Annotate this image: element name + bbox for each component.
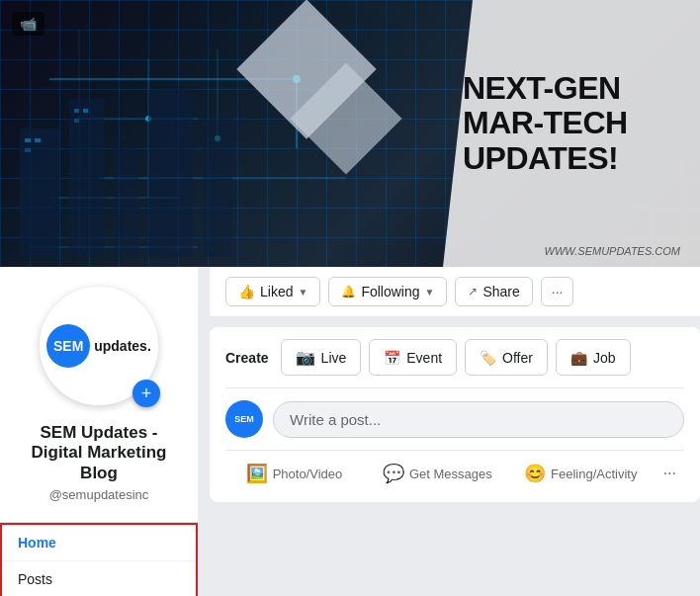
svg-rect-12 — [20, 128, 59, 257]
action-bar: 👍 Liked ▼ 🔔 Following ▼ ↗ Share ··· — [210, 267, 700, 317]
add-page-button[interactable]: + — [132, 380, 160, 407]
event-button[interactable]: 📅 Event — [369, 339, 457, 376]
job-briefcase-icon: 💼 — [570, 350, 587, 366]
sem-logo: SEM updates. — [46, 324, 151, 368]
feeling-activity-button[interactable]: 😊 Feeling/Activity — [512, 457, 650, 490]
sidebar: SEM updates. + SEM Updates - Digital Mar… — [0, 267, 198, 596]
more-actions-button[interactable]: ··· — [541, 277, 574, 306]
share-arrow-icon: ↗ — [468, 285, 478, 298]
svg-rect-19 — [25, 148, 31, 152]
write-post-input[interactable]: Write a post... — [273, 401, 684, 438]
offer-tag-icon: 🏷️ — [480, 350, 496, 366]
cover-photo: 📹 NEXT-GEN MAR-TECH UPDATES! WWW.SEMUPDA… — [0, 0, 700, 267]
nav-item-posts[interactable]: Posts — [2, 561, 196, 596]
thumbs-up-icon: 👍 — [238, 284, 255, 299]
svg-rect-15 — [148, 89, 193, 257]
mini-avatar: SEM — [225, 400, 263, 438]
avatar-wrapper: SEM updates. + — [0, 267, 198, 415]
cover-url: WWW.SEMUPDATES.COM — [545, 245, 681, 257]
svg-rect-22 — [74, 119, 79, 123]
page-handle: @semupdatesinc — [0, 487, 198, 512]
live-button[interactable]: 📷 Live — [281, 339, 362, 376]
offer-button[interactable]: 🏷️ Offer — [465, 339, 548, 376]
create-label: Create — [225, 350, 269, 366]
svg-rect-21 — [83, 109, 88, 113]
get-messages-button[interactable]: 💬 Get Messages — [369, 457, 506, 490]
photo-video-button[interactable]: 🖼️ Photo/Video — [225, 457, 363, 490]
sem-badge: SEM — [46, 324, 90, 368]
messenger-icon: 💬 — [383, 463, 404, 484]
create-post-box: Create 📷 Live 📅 Event 🏷️ Offer — [210, 327, 700, 502]
video-camera-icon: 📹 — [20, 16, 37, 32]
nav-menu: Home Posts Reviews Services Photos Video… — [0, 523, 198, 596]
liked-button[interactable]: 👍 Liked ▼ — [225, 277, 320, 306]
svg-rect-17 — [25, 138, 31, 142]
liked-chevron-icon: ▼ — [298, 287, 307, 298]
following-bell-icon: 🔔 — [341, 285, 356, 298]
sem-after-badge: updates. — [94, 338, 151, 354]
svg-rect-18 — [35, 138, 41, 142]
feeling-emoji-icon: 😊 — [524, 463, 546, 484]
following-chevron-icon: ▼ — [425, 287, 435, 298]
page-layout: SEM updates. + SEM Updates - Digital Mar… — [0, 267, 700, 596]
svg-rect-16 — [203, 119, 232, 257]
write-post-row: SEM Write a post... — [225, 400, 684, 438]
dots-icon: ··· — [552, 284, 564, 299]
photo-video-icon: 🖼️ — [246, 463, 268, 484]
svg-rect-20 — [74, 109, 79, 113]
share-button[interactable]: ↗ Share — [455, 277, 532, 306]
svg-rect-14 — [114, 148, 138, 257]
post-more-button[interactable]: ··· — [656, 459, 684, 488]
create-type-row: Create 📷 Live 📅 Event 🏷️ Offer — [225, 339, 684, 388]
page-name: SEM Updates - Digital Marketing Blog — [0, 415, 198, 487]
job-button[interactable]: 💼 Job — [556, 339, 631, 376]
create-type-buttons: 📷 Live 📅 Event 🏷️ Offer 💼 Job — [281, 339, 631, 376]
cover-headline: NEXT-GEN MAR-TECH UPDATES! — [463, 71, 628, 176]
mini-avatar-inner: SEM — [234, 414, 254, 424]
post-dots-icon: ··· — [663, 465, 676, 481]
nav-item-home[interactable]: Home — [2, 525, 196, 561]
cover-text-box: NEXT-GEN MAR-TECH UPDATES! WWW.SEMUPDATE… — [443, 0, 700, 267]
event-calendar-icon: 📅 — [384, 350, 400, 366]
cover-video-icon: 📹 — [12, 12, 44, 36]
live-camera-icon: 📷 — [296, 348, 315, 367]
post-actions-row: 🖼️ Photo/Video 💬 Get Messages 😊 Feeling/… — [225, 450, 684, 490]
main-content: 👍 Liked ▼ 🔔 Following ▼ ↗ Share ··· Crea… — [198, 267, 700, 596]
following-button[interactable]: 🔔 Following ▼ — [328, 277, 447, 306]
profile-section: SEM updates. + SEM Updates - Digital Mar… — [0, 267, 198, 523]
